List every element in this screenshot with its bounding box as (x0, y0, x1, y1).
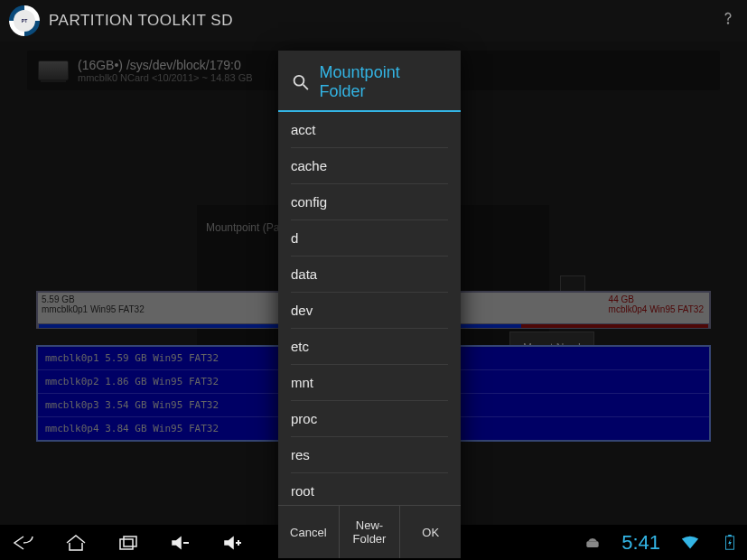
main-area: (16GB•) /sys/dev/block/179:0 mmcblk0 NCa… (0, 42, 747, 525)
volume-up-icon[interactable] (217, 531, 249, 555)
android-icon (584, 537, 602, 549)
back-icon[interactable] (7, 531, 40, 555)
svg-point-0 (727, 23, 728, 23)
list-item[interactable]: proc (291, 401, 448, 437)
list-item[interactable]: d (291, 220, 448, 257)
app-header: PT PARTITION TOOLKIT SD (0, 0, 747, 42)
search-icon (291, 72, 311, 92)
svg-rect-12 (728, 535, 732, 537)
home-icon[interactable] (60, 531, 92, 555)
recent-apps-icon[interactable] (112, 531, 145, 555)
app-title: PARTITION TOOLKIT SD (49, 12, 233, 30)
wifi-icon (680, 535, 700, 551)
volume-down-icon[interactable] (164, 531, 197, 555)
svg-rect-3 (120, 539, 133, 549)
svg-rect-4 (124, 537, 136, 546)
dialog-title: Mountpoint Folder (320, 63, 448, 101)
status-clock: 5:41 (621, 531, 660, 555)
folder-list[interactable]: acct cache config d data dev etc mnt pro… (278, 112, 461, 505)
list-item[interactable]: res (291, 437, 448, 473)
dialog-footer: Cancel New-Folder OK (278, 505, 461, 558)
folder-picker-dialog: Mountpoint Folder acct cache config d da… (278, 51, 461, 558)
dialog-header: Mountpoint Folder (278, 51, 461, 112)
svg-line-2 (303, 85, 307, 89)
list-item[interactable]: root (291, 473, 448, 505)
battery-charging-icon (720, 535, 740, 551)
new-folder-button[interactable]: New-Folder (340, 506, 401, 558)
list-item[interactable]: mnt (291, 365, 448, 401)
svg-point-1 (294, 76, 304, 86)
list-item[interactable]: cache (291, 148, 448, 184)
app-logo-icon: PT (9, 5, 40, 36)
list-item[interactable]: acct (291, 112, 448, 148)
list-item[interactable]: data (291, 257, 448, 293)
svg-rect-8 (587, 541, 599, 547)
list-item[interactable]: etc (291, 329, 448, 365)
list-item[interactable]: dev (291, 293, 448, 329)
list-item[interactable]: config (291, 184, 448, 220)
help-icon[interactable] (718, 8, 738, 33)
ok-button[interactable]: OK (400, 506, 461, 558)
cancel-button[interactable]: Cancel (278, 506, 340, 558)
